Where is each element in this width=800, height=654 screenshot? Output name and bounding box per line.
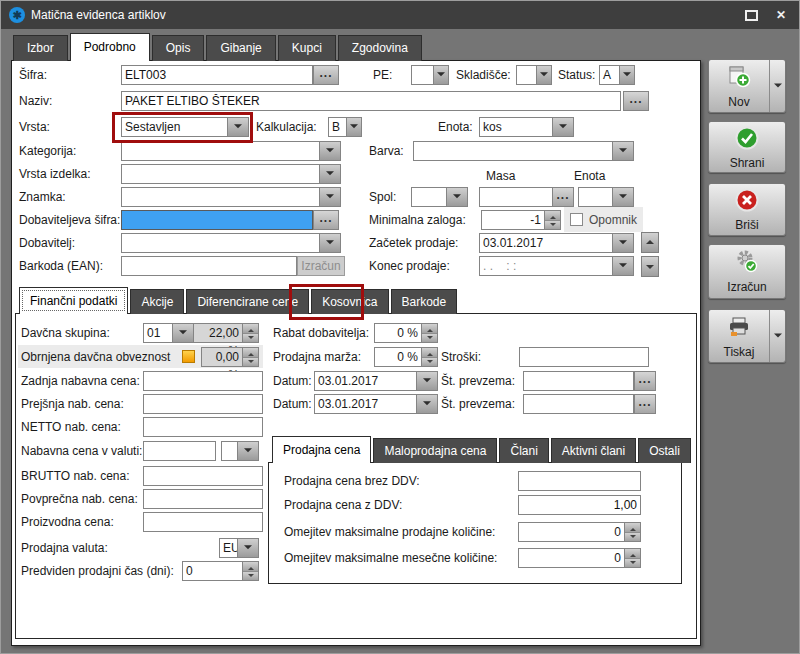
dobaviteljeva-sifra-lookup-button[interactable]: ... [313, 210, 339, 230]
tab-kupci[interactable]: Kupci [278, 35, 336, 61]
dobavitelj-combo[interactable] [121, 233, 341, 253]
nabavna-valuta-input[interactable] [143, 441, 216, 461]
brisi-button[interactable]: Briši [708, 183, 786, 236]
barva-combo[interactable] [413, 141, 634, 161]
tab-izbor[interactable]: Izbor [13, 35, 68, 61]
chevron-down-icon[interactable] [619, 66, 634, 84]
netto-nab-input[interactable] [143, 417, 263, 437]
chevron-down-icon[interactable] [416, 372, 437, 390]
opomnik-checkbox[interactable] [570, 213, 583, 226]
obrnjena-checkbox[interactable] [182, 350, 195, 363]
tab-prodajna-cena[interactable]: Prodajna cena [272, 436, 371, 463]
tab-ostali[interactable]: Ostali [638, 438, 691, 463]
chevron-down-icon[interactable] [319, 234, 340, 252]
vrsta-combo[interactable]: Sestavljen [121, 117, 249, 137]
st-prevzema1-input[interactable] [523, 371, 634, 391]
brutto-nab-input[interactable] [143, 466, 263, 486]
date-down-button[interactable] [641, 256, 659, 277]
masa-lookup-button[interactable]: ... [552, 187, 574, 207]
spol-combo[interactable] [411, 187, 468, 207]
status-combo[interactable]: A [599, 65, 635, 85]
tab-opis[interactable]: Opis [152, 35, 205, 61]
dobaviteljeva-sifra-input[interactable] [121, 210, 313, 230]
tab-gibanje[interactable]: Gibanje [206, 35, 275, 61]
izracun-button[interactable]: Izračun [708, 244, 786, 299]
spin-down-button[interactable] [625, 558, 640, 568]
chevron-down-icon[interactable] [536, 66, 551, 84]
predviden-cas-stepper[interactable]: 0 [182, 561, 259, 581]
davcna-skupina-combo[interactable]: 01 [143, 323, 194, 343]
zacetek-prodaje-datepicker[interactable]: 03.01.2017 [479, 233, 634, 253]
datum2-datepicker[interactable]: 03.01.2017 [314, 394, 438, 414]
chevron-down-icon[interactable] [552, 118, 573, 136]
pe-combo[interactable] [411, 65, 449, 85]
sifra-lookup-button[interactable]: ... [313, 65, 339, 85]
tab-podrobno[interactable]: Podrobno [70, 33, 150, 61]
tab-maloprodajna-cena[interactable]: Maloprodajna cena [373, 438, 497, 463]
rabat-stepper[interactable]: 0 % [374, 323, 438, 343]
kalkulacija-combo[interactable]: B [328, 117, 362, 137]
tab-clani[interactable]: Člani [499, 438, 548, 463]
tab-financni-podatki[interactable]: Finančni podatki [19, 287, 128, 314]
tiskaj-dropdown-arrow[interactable] [769, 310, 785, 362]
chevron-down-icon[interactable] [237, 539, 258, 557]
tab-akcije[interactable]: Akcije [130, 289, 184, 314]
chevron-down-icon[interactable] [237, 442, 258, 460]
nov-button[interactable]: Nov [708, 59, 786, 113]
skladisce-combo[interactable] [516, 65, 552, 85]
tiskaj-button[interactable]: Tiskaj [708, 309, 786, 363]
povprecna-nab-input[interactable] [143, 489, 263, 509]
st-prevzema1-lookup-button[interactable]: ... [634, 371, 656, 391]
chevron-down-icon[interactable] [319, 142, 340, 160]
chevron-down-icon[interactable] [433, 66, 448, 84]
max-mesecna-stepper[interactable]: 0 [518, 548, 641, 568]
spin-up-button[interactable] [422, 324, 437, 333]
minimize-button[interactable] [741, 8, 761, 23]
spin-up-button[interactable] [625, 523, 640, 532]
chevron-down-icon[interactable] [227, 118, 248, 136]
max-prodajna-stepper[interactable]: 0 [518, 522, 641, 542]
chevron-down-icon[interactable] [446, 188, 467, 206]
chevron-down-icon[interactable] [612, 257, 633, 275]
marza-stepper[interactable]: 0 % [374, 347, 438, 367]
shrani-button[interactable]: Shrani [708, 121, 786, 173]
minimalna-zaloga-stepper[interactable]: -1 [481, 210, 561, 230]
brez-ddv-input[interactable] [518, 471, 641, 491]
chevron-down-icon[interactable] [319, 188, 340, 206]
stroski-input[interactable] [519, 347, 649, 367]
znamka-combo[interactable] [121, 187, 341, 207]
barkoda-input[interactable] [121, 256, 297, 276]
spin-up-button[interactable] [243, 562, 258, 571]
st-prevzema2-input[interactable] [523, 394, 634, 414]
spin-down-button[interactable] [422, 357, 437, 367]
proizvodna-input[interactable] [143, 512, 263, 532]
kategorija-combo[interactable] [121, 141, 341, 161]
chevron-down-icon[interactable] [612, 142, 633, 160]
enota-combo[interactable]: kos [479, 117, 574, 137]
konec-prodaje-datepicker[interactable]: . . : : [479, 256, 634, 276]
chevron-down-icon[interactable] [612, 188, 633, 206]
spin-up-button[interactable] [422, 348, 437, 357]
z-ddv-input[interactable] [518, 495, 641, 515]
spin-down-button[interactable] [243, 571, 258, 581]
naziv-input[interactable] [121, 91, 621, 111]
tab-zgodovina[interactable]: Zgodovina [338, 35, 422, 61]
prejsnja-nab-input[interactable] [143, 394, 263, 414]
masa-input[interactable] [479, 187, 553, 207]
date-up-button[interactable] [641, 232, 659, 253]
sifra-input[interactable] [121, 65, 313, 85]
tab-barkode[interactable]: Barkode [391, 289, 458, 314]
tab-aktivni-clani[interactable]: Aktivni člani [551, 438, 636, 463]
chevron-down-icon[interactable] [416, 395, 437, 413]
prodajna-valuta-combo[interactable]: EUR [219, 538, 259, 558]
spin-down-button[interactable] [545, 220, 560, 230]
chevron-down-icon[interactable] [172, 324, 193, 342]
chevron-down-icon[interactable] [319, 165, 340, 183]
spin-up-button[interactable] [545, 211, 560, 220]
masa-enota-combo[interactable] [578, 187, 634, 207]
tab-kosovnica[interactable]: Kosovnica [311, 289, 388, 314]
spin-up-button[interactable] [625, 549, 640, 558]
vrsta-izdelka-combo[interactable] [121, 164, 341, 184]
naziv-lookup-button[interactable]: ... [623, 91, 649, 111]
spin-down-button[interactable] [422, 333, 437, 343]
